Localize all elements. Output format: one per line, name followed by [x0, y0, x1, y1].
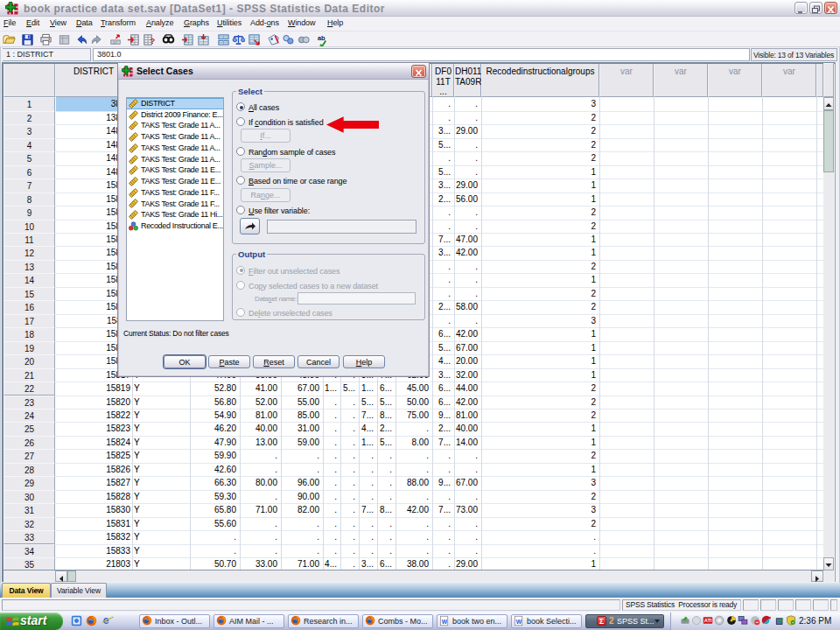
svg-text:ATI: ATI	[704, 618, 712, 623]
svg-text:ab: ab	[318, 34, 326, 42]
svg-text:W: W	[442, 619, 448, 625]
svg-text:W: W	[516, 619, 522, 625]
svg-text:?: ?	[150, 37, 155, 46]
